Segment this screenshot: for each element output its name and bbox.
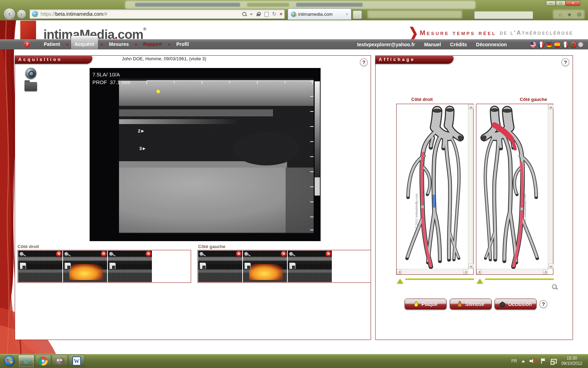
delete-thumbnail-icon[interactable]: ✕ bbox=[236, 251, 242, 257]
folder-icon[interactable] bbox=[24, 82, 37, 91]
zoom-slider-track[interactable] bbox=[485, 278, 554, 280]
search-icon[interactable] bbox=[242, 12, 247, 16]
delete-thumbnail-icon[interactable]: ✕ bbox=[326, 251, 331, 257]
back-button[interactable]: ‹ bbox=[4, 8, 15, 20]
stop-icon[interactable]: × bbox=[280, 12, 282, 16]
chevron-down-icon[interactable] bbox=[250, 14, 253, 16]
probe-icon bbox=[289, 252, 295, 256]
delete-thumbnail-icon[interactable]: ✕ bbox=[281, 251, 287, 257]
zoom-slider-handle[interactable] bbox=[397, 275, 403, 284]
new-tab-button[interactable] bbox=[353, 11, 362, 19]
camera-icon[interactable] bbox=[25, 68, 36, 79]
flag-usa-icon[interactable] bbox=[530, 41, 536, 48]
thumbnail[interactable]: ✕ bbox=[198, 251, 242, 282]
occlusion-label: Occlusion bbox=[508, 301, 532, 307]
probe-icon bbox=[109, 252, 115, 256]
save-icon[interactable] bbox=[109, 263, 116, 269]
nav-item-patient[interactable]: Patient bbox=[40, 39, 64, 49]
affichage-help-icon[interactable]: ? bbox=[561, 58, 569, 66]
delete-thumbnail-icon[interactable]: ✕ bbox=[146, 251, 152, 257]
plaque-button[interactable]: Plaque bbox=[405, 299, 447, 309]
magnifier-icon[interactable] bbox=[552, 284, 558, 290]
language-indicator[interactable]: FR bbox=[511, 359, 517, 363]
delete-thumbnail-icon[interactable]: ✕ bbox=[101, 251, 107, 257]
zoom-slider-handle[interactable] bbox=[477, 275, 483, 284]
probe-icon bbox=[200, 252, 205, 256]
zoom-slider-track[interactable] bbox=[405, 278, 474, 280]
tray-expand-icon[interactable] bbox=[522, 358, 525, 362]
nav-item-manuel[interactable]: Manuel bbox=[424, 42, 441, 47]
stenose-button[interactable]: Sténose bbox=[450, 299, 492, 309]
compatibility-icon[interactable] bbox=[264, 12, 269, 16]
volume-muted-icon[interactable] bbox=[530, 358, 537, 364]
thumbnail[interactable]: ✕ bbox=[288, 251, 332, 282]
save-icon[interactable] bbox=[289, 263, 296, 269]
user-email[interactable]: testvpexplorer@yahoo.fr bbox=[357, 42, 415, 47]
thumbnail[interactable]: ✕ bbox=[108, 251, 152, 282]
forward-button[interactable]: › bbox=[17, 9, 26, 19]
minimize-button[interactable]: — bbox=[546, 1, 556, 6]
nav-item-deconnexion[interactable]: Déconnexion bbox=[476, 42, 507, 47]
close-button[interactable]: ✕ bbox=[566, 1, 580, 6]
network-icon[interactable] bbox=[551, 358, 557, 364]
horizontal-scrollbar[interactable] bbox=[476, 269, 548, 274]
home-icon[interactable]: ⌂ bbox=[559, 11, 562, 18]
gimp-icon bbox=[55, 357, 64, 365]
occlusion-icon bbox=[499, 301, 505, 307]
browser-chrome: ‹ › https://beta.intimamedia.com/# ↻ × i… bbox=[0, 8, 588, 20]
tab-close-icon[interactable]: × bbox=[345, 12, 348, 17]
vertical-scrollbar[interactable] bbox=[468, 104, 473, 269]
flag-france-icon[interactable] bbox=[538, 41, 544, 48]
nav-help-icon[interactable]: ? bbox=[24, 41, 30, 48]
vertical-scrollbar[interactable] bbox=[548, 104, 553, 269]
save-icon[interactable] bbox=[20, 263, 26, 269]
windows-orb-icon bbox=[4, 355, 15, 367]
flag-germany-icon[interactable] bbox=[546, 41, 552, 48]
start-button[interactable] bbox=[1, 355, 18, 367]
taskbar-gimp[interactable] bbox=[52, 355, 68, 367]
nav-item-mesures[interactable]: Mesures bbox=[105, 39, 132, 49]
thumbnail-doppler[interactable]: ✕ bbox=[243, 251, 287, 282]
taskbar: e W FR 15:30 09/10/2012 bbox=[0, 354, 588, 368]
vessel-diagram-right[interactable]: © 2011 IntimaMedia.com bbox=[396, 104, 474, 275]
legend-help-icon[interactable]: ? bbox=[539, 300, 547, 308]
stenose-icon bbox=[457, 301, 462, 307]
flag-portugal-icon[interactable] bbox=[570, 41, 576, 48]
occlusion-button[interactable]: Occlusion bbox=[495, 299, 537, 309]
browser-tab[interactable]: intimamedia.com × bbox=[288, 8, 351, 20]
maximize-button[interactable]: ▢ bbox=[556, 1, 566, 6]
url-text[interactable]: https://beta.intimamedia.com/# bbox=[41, 11, 239, 17]
favorites-star-icon[interactable]: ★ bbox=[567, 11, 572, 18]
taskbar-chrome[interactable] bbox=[35, 355, 51, 367]
blurred-title-text bbox=[296, 3, 363, 7]
save-icon[interactable] bbox=[244, 263, 251, 269]
stenose-label: Sténose bbox=[465, 301, 484, 307]
horizontal-scrollbar[interactable] bbox=[397, 269, 468, 274]
system-tray: FR 15:30 09/10/2012 bbox=[511, 356, 588, 366]
patient-info: John DOE, Homme, 09/03/1961, (visite 3) bbox=[122, 56, 206, 61]
acquisition-help-icon[interactable]: ? bbox=[360, 58, 368, 66]
nav-item-rapport[interactable]: Rapport bbox=[140, 39, 166, 49]
save-icon[interactable] bbox=[64, 263, 71, 269]
thumbnail[interactable]: ✕ bbox=[18, 251, 62, 282]
action-center-flag-icon[interactable] bbox=[541, 358, 546, 364]
clock[interactable]: 15:30 09/10/2012 bbox=[561, 356, 584, 366]
taskbar-word[interactable]: W bbox=[69, 355, 85, 367]
save-icon[interactable] bbox=[200, 263, 206, 269]
tagline-red: Mesure temps réel bbox=[420, 29, 496, 37]
ultrasound-image[interactable]: 7.5LA/ 10/APROF 37.1 mm 2► 3► bbox=[90, 68, 321, 241]
flag-spain-icon[interactable] bbox=[554, 41, 560, 48]
thumbnail-doppler[interactable]: ✕ bbox=[63, 251, 107, 282]
flag-italy-icon[interactable] bbox=[562, 41, 568, 48]
nav-item-credits[interactable]: Crédits bbox=[450, 42, 467, 47]
probe-icon bbox=[20, 252, 25, 256]
delete-thumbnail-icon[interactable]: ✕ bbox=[56, 251, 62, 257]
address-bar[interactable]: https://beta.intimamedia.com/# ↻ × bbox=[29, 9, 285, 19]
nav-item-acquerir[interactable]: Acquérir bbox=[71, 36, 98, 49]
nav-item-profil[interactable]: Profil bbox=[173, 39, 192, 49]
vessel-diagram-left[interactable]: © 2011 IntimaMedia.com bbox=[476, 104, 553, 275]
tools-gear-icon[interactable]: ⚙ bbox=[577, 11, 582, 18]
ie-favicon bbox=[32, 11, 38, 17]
refresh-icon[interactable]: ↻ bbox=[272, 12, 276, 16]
taskbar-ie[interactable]: e bbox=[18, 355, 34, 367]
